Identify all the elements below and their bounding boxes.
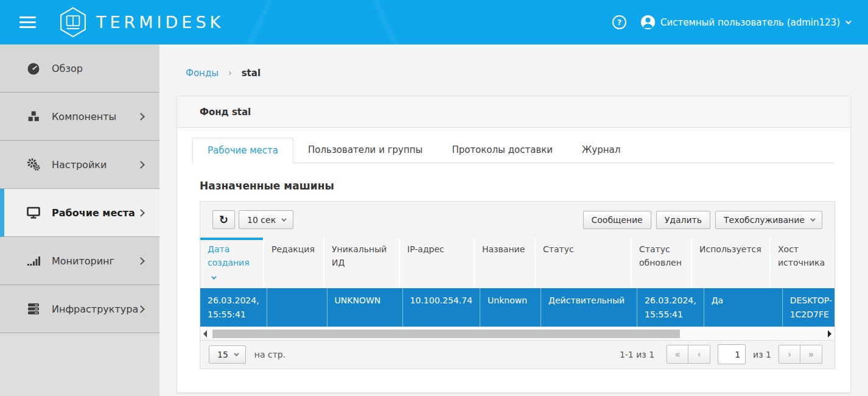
chevron-right-icon: [137, 161, 145, 169]
scroll-left-arrow-icon[interactable]: [203, 330, 207, 338]
column-header-name[interactable]: Название: [475, 238, 536, 288]
breadcrumb: Фонды › stal: [159, 44, 868, 79]
termidesk-admin-page: TERMIDESK ? Системный пользователь (admi…: [0, 0, 868, 396]
sidebar-nav: Обзор Компоненты Настройки Рабочие места: [0, 44, 159, 396]
column-header-ip-address[interactable]: IP-адрес: [400, 238, 475, 288]
cell-ip-address: 10.100.254.74: [403, 288, 480, 327]
tab-bar: Рабочие места Пользователи и группы Прот…: [192, 138, 834, 163]
chevron-down-icon: [845, 18, 852, 24]
last-page-button[interactable]: »: [800, 345, 822, 364]
help-icon[interactable]: ?: [612, 15, 626, 29]
delete-button[interactable]: Удалить: [656, 211, 710, 229]
table-header-row: Дата создания Редакция Уникальный ИД IP-…: [200, 238, 835, 288]
chevron-right-icon: [137, 257, 145, 265]
dashboard-icon: [24, 61, 43, 76]
server-icon: [24, 302, 43, 316]
tab-workplaces[interactable]: Рабочие места: [192, 138, 293, 163]
sidebar-item-label: Мониторинг: [52, 255, 114, 267]
bar-chart-icon: [24, 253, 43, 268]
sidebar-item-settings[interactable]: Настройки: [0, 141, 159, 189]
page-number-input[interactable]: [718, 344, 746, 364]
sidebar-item-infrastructure[interactable]: Инфраструктура: [0, 285, 159, 333]
top-header: TERMIDESK ? Системный пользователь (admi…: [0, 0, 868, 44]
chevron-right-icon: [137, 113, 145, 121]
column-header-unique-id[interactable]: Уникальный ИД: [324, 238, 400, 288]
cell-edition: [267, 288, 327, 327]
first-page-button[interactable]: «: [667, 345, 688, 364]
table-row[interactable]: 26.03.2024, 15:55:41 UNKNOWN 10.100.254.…: [200, 288, 835, 327]
next-page-button[interactable]: ›: [779, 345, 800, 364]
message-button[interactable]: Сообщение: [583, 211, 651, 229]
column-header-created-date[interactable]: Дата создания: [200, 238, 264, 288]
sidebar-item-label: Обзор: [52, 63, 83, 74]
sidebar-item-label: Настройки: [52, 159, 107, 171]
section-title: Назначенные машины: [200, 180, 834, 192]
user-name: Системный пользователь (admin123): [660, 17, 840, 28]
breadcrumb-current: stal: [242, 68, 261, 79]
maintenance-dropdown[interactable]: Техобслуживание: [715, 211, 822, 229]
user-avatar-icon: [641, 15, 655, 29]
column-header-status[interactable]: Статус: [536, 238, 632, 288]
chevron-down-icon: [234, 351, 239, 356]
refresh-interval-dropdown[interactable]: 10 сек: [239, 210, 293, 229]
scrollbar-thumb[interactable]: [212, 330, 680, 338]
sidebar-item-label: Рабочие места: [52, 207, 135, 219]
cell-in-use: Да: [704, 288, 783, 327]
chevron-right-icon: [137, 209, 145, 217]
of-pages-label: из 1: [753, 350, 771, 359]
refresh-icon: ↻: [219, 213, 228, 226]
table-toolbar: ↻ 10 сек Сообщение Удалить Техобслуживан…: [200, 202, 835, 238]
fund-card: Фонд stal Рабочие места Пользователи и г…: [177, 96, 851, 393]
gears-icon: [24, 157, 43, 172]
page-size-dropdown[interactable]: 15: [209, 345, 246, 364]
card-title: Фонд stal: [200, 107, 251, 118]
sidebar-item-monitoring[interactable]: Мониторинг: [0, 237, 159, 285]
range-label: 1-1 из 1: [620, 350, 654, 359]
sidebar-item-components[interactable]: Компоненты: [0, 93, 159, 141]
cell-created-date: 26.03.2024, 15:55:41: [200, 288, 267, 327]
breadcrumb-link-funds[interactable]: Фонды: [186, 68, 219, 79]
machines-table-container: ↻ 10 сек Сообщение Удалить Техобслуживан…: [200, 201, 835, 369]
tab-delivery-protocols[interactable]: Протоколы доставки: [437, 138, 567, 163]
user-menu[interactable]: Системный пользователь (admin123): [641, 15, 850, 29]
breadcrumb-separator: ›: [228, 68, 232, 79]
tab-users-groups[interactable]: Пользователи и группы: [293, 138, 437, 163]
cell-name: Unknown: [480, 288, 541, 327]
sort-descending-icon: [211, 274, 216, 279]
refresh-button[interactable]: ↻: [212, 210, 235, 229]
sidebar-item-label: Инфраструктура: [52, 303, 138, 315]
cubes-icon: [24, 109, 43, 124]
sidebar-item-label: Компоненты: [52, 111, 116, 122]
brand-name: TERMIDESK: [96, 13, 224, 32]
sidebar-item-workplaces[interactable]: Рабочие места: [0, 189, 159, 237]
monitor-icon: [24, 205, 43, 220]
cell-source-host: DESKTOP-1C2D7FE: [783, 288, 839, 327]
column-header-status-updated[interactable]: Статус обновлен: [632, 238, 692, 288]
card-body: Рабочие места Пользователи и группы Прот…: [177, 128, 850, 392]
chevron-down-icon: [281, 216, 286, 221]
hamburger-menu-icon[interactable]: [19, 13, 36, 31]
hexagon-logo-icon: [59, 7, 87, 38]
chevron-down-icon: [810, 216, 815, 221]
per-page-label: на стр.: [254, 350, 285, 359]
main-content: Фонды › stal Фонд stal Рабочие места Пол…: [159, 44, 868, 396]
cell-unique-id: UNKNOWN: [327, 288, 403, 327]
pagination-bar: 15 на стр. 1-1 из 1 « ‹ из 1: [200, 340, 835, 369]
column-header-source-host[interactable]: Хост источника: [771, 238, 835, 288]
card-header: Фонд stal: [177, 96, 850, 128]
horizontal-scrollbar[interactable]: [200, 327, 835, 340]
sidebar-item-overview[interactable]: Обзор: [0, 44, 159, 93]
cell-status: Действительный: [541, 288, 637, 327]
column-header-in-use[interactable]: Используется: [692, 238, 771, 288]
app-logo: TERMIDESK: [59, 7, 224, 38]
scroll-right-arrow-icon[interactable]: [828, 330, 831, 338]
tab-journal[interactable]: Журнал: [567, 138, 635, 163]
prev-page-button[interactable]: ‹: [688, 345, 710, 364]
column-header-edition[interactable]: Редакция: [264, 238, 324, 288]
cell-status-updated: 26.03.2024, 15:55:41: [637, 288, 704, 327]
